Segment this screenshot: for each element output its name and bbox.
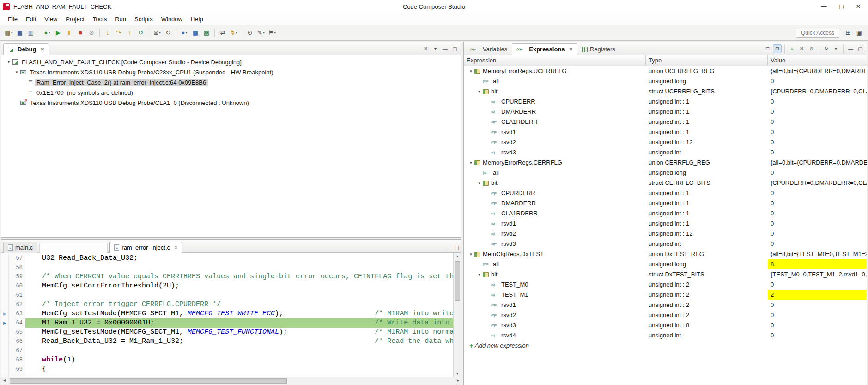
expression-value-cell[interactable]: {CPURDERR=0,DMARDERR=0,CLA1RDERR=0,rsvd1… [768, 178, 867, 188]
expander-icon[interactable]: ▾ [5, 60, 12, 64]
line-number-63[interactable]: 63 [9, 309, 25, 318]
expression-value-cell[interactable]: 0 [768, 320, 867, 330]
annotate-button[interactable]: ✎▾ [256, 28, 266, 38]
expression-value-cell[interactable]: {all=0,bit={CPURDERR=0,DMARDERR=0,CLA1RD… [768, 66, 867, 76]
expression-row-all[interactable]: (x)=allunsigned long8 [464, 259, 867, 269]
restart-button[interactable]: ↺ [136, 28, 146, 38]
code-line-65[interactable]: MemCfg_setTestMode(MEMCFG_SECT_M1, MEMCF… [25, 328, 453, 337]
expression-row-rsvd4[interactable]: (x)=rsvd4unsigned int0 [464, 330, 867, 341]
tab-variables[interactable]: (x)= Variables [466, 43, 512, 55]
debug-tree-row-0[interactable]: ▾FLASH_AND_RAM_FAULT_CHECK [Code Compose… [1, 57, 461, 67]
resume-button[interactable]: ▶ [53, 28, 63, 38]
code-line-59[interactable]: /* When CERRCNT value equals CERRTHRES v… [25, 272, 453, 281]
expression-row-all[interactable]: (x)=allunsigned long0 [464, 168, 867, 178]
expander-icon[interactable]: ▾ [467, 158, 474, 168]
menu-view[interactable]: View [40, 14, 61, 24]
ccs-debug-perspective-icon[interactable]: ▣ [854, 28, 864, 38]
expression-row-bit[interactable]: ▾bitstruct UCERRFLG_BITS{CPURDERR=0,DMAR… [464, 86, 867, 97]
expander-icon[interactable]: ▾ [13, 70, 20, 74]
expression-value-cell[interactable]: 0 [768, 127, 867, 137]
terminate-button[interactable]: ■ [75, 28, 85, 38]
scroll-right-icon[interactable]: ▸ [457, 378, 459, 383]
expression-value-cell[interactable]: {all=8,bit={TEST_M0=0,TEST_M1=2,rsvd1=0,… [768, 249, 867, 259]
view-menu-icon[interactable]: ▾ [832, 44, 840, 53]
connect-target-button[interactable]: ⇄ [218, 28, 228, 38]
line-number-62[interactable]: 62 [9, 300, 25, 309]
memory-button[interactable]: ▦ [190, 28, 200, 38]
expression-value-cell[interactable]: 8 [768, 259, 867, 269]
expression-row-all[interactable]: (x)=allunsigned long0 [464, 76, 867, 86]
code-line-67[interactable] [25, 346, 453, 355]
line-number-57[interactable]: 57 [9, 254, 25, 263]
debug-tree-row-4[interactable]: Texas Instruments XDS110 USB Debug Probe… [1, 98, 461, 108]
menu-window[interactable]: Window [157, 14, 187, 24]
line-number-60[interactable]: 60 [9, 281, 25, 291]
scroll-left-icon[interactable]: ◂ [3, 378, 6, 383]
window-maximize-button[interactable]: ▢ [839, 3, 844, 10]
editor-vertical-scrollbar[interactable]: ▴ ▾ [453, 253, 461, 377]
code-line-57[interactable]: U32 Read_Back_Data_U32; [25, 254, 453, 263]
expression-value-cell[interactable]: 0 [768, 107, 867, 117]
expander-icon[interactable]: ▾ [467, 66, 474, 76]
add-expression-icon[interactable]: + [788, 44, 796, 53]
vertical-scroll-thumb[interactable] [455, 261, 460, 301]
code-line-64[interactable]: M1_Ram_1_U32 = 0x00000001U; /* Write dat… [25, 318, 453, 328]
maximize-view-icon[interactable]: ▢ [856, 44, 865, 53]
window-close-button[interactable]: ✕ [856, 3, 861, 10]
code-area[interactable]: U32 Read_Back_Data_U32; /* When CERRCNT … [25, 253, 453, 377]
maximize-view-icon[interactable]: ▢ [455, 244, 459, 251]
code-line-60[interactable]: MemCfg_setCorrErrorThreshold(2U); [25, 281, 453, 291]
expression-row-rsvd3[interactable]: (x)=rsvd3unsigned int : 80 [464, 320, 867, 330]
tab-debug[interactable]: Debug ✕ [3, 43, 49, 55]
tab-registers[interactable]: Registers [577, 43, 620, 55]
suspend-button[interactable]: ‖ [64, 28, 74, 38]
debug-tree-row-3[interactable]: ≣0x1E1700 (no symbols are defined) [1, 87, 461, 98]
expression-row-MemCfgRegs.DxTEST[interactable]: ▾MemCfgRegs.DxTESTunion DxTEST_REG{all=8… [464, 249, 867, 259]
show-type-names-icon[interactable]: ⊟ [763, 44, 772, 53]
expression-row-bit[interactable]: ▾bitstruct CERRFLG_BITS{CPURDERR=0,DMARD… [464, 178, 867, 188]
line-number-64[interactable]: 64 [9, 318, 25, 328]
expression-value-cell[interactable]: {CPURDERR=0,DMARDERR=0,CLA1RDERR=0,rsvd1… [768, 86, 867, 97]
breakpoint-button[interactable]: ●▾ [179, 28, 189, 38]
quick-access-button[interactable]: Quick Access [796, 28, 839, 38]
step-over-button[interactable]: ↷ [114, 28, 124, 38]
code-line-63[interactable]: MemCfg_setTestMode(MEMCFG_SECT_M1, MEMCF… [25, 309, 453, 318]
expression-value-cell[interactable]: 0 [768, 137, 867, 147]
line-number-61[interactable]: 61 [9, 291, 25, 300]
expression-value-cell[interactable]: 0 [768, 280, 867, 290]
expression-value-cell[interactable]: 2 [768, 290, 867, 300]
flash-button[interactable]: ↯▾ [229, 28, 239, 38]
editor-tab-main-c[interactable]: c main.c [3, 242, 37, 253]
expression-value-cell[interactable]: 0 [768, 76, 867, 86]
line-number-66[interactable]: 66 [9, 337, 25, 346]
expression-value-cell[interactable]: 0 [768, 310, 867, 320]
step-return-button[interactable]: ↑ [125, 28, 135, 38]
expression-row-CPURDERR[interactable]: (x)=CPURDERRunsigned int : 10 [464, 97, 867, 107]
code-line-58[interactable] [25, 263, 453, 272]
tab-expressions[interactable]: (x)= Expressions ✕ [512, 43, 577, 55]
expression-row-rsvd2[interactable]: (x)=rsvd2unsigned int : 120 [464, 229, 867, 239]
registers-button[interactable]: ▩ [201, 28, 212, 38]
expression-value-cell[interactable]: 0 [768, 97, 867, 107]
add-new-expression-row[interactable]: +Add new expression [464, 341, 867, 351]
menu-file[interactable]: File [4, 14, 22, 24]
expression-value-cell[interactable]: 0 [768, 300, 867, 310]
expression-value-cell[interactable]: {all=0,bit={CPURDERR=0,DMARDERR=0,CLA1RD… [768, 158, 867, 168]
expression-value-cell[interactable]: 0 [768, 147, 867, 158]
menu-tools[interactable]: Tools [89, 14, 111, 24]
editor-tab-ram-error-inject-c[interactable]: c ram_error_inject.c ✕ [109, 242, 182, 253]
step-into-button[interactable]: ↓ [103, 28, 113, 38]
expression-value-cell[interactable]: 0 [768, 330, 867, 341]
expression-row-rsvd3[interactable]: (x)=rsvd3unsigned int0 [464, 147, 867, 158]
close-icon[interactable]: ✕ [40, 47, 44, 52]
column-value[interactable]: Value [768, 55, 867, 66]
line-number-58[interactable]: 58 [9, 263, 25, 272]
expression-row-MemoryErrorRegs.UCERRFLG[interactable]: ▾MemoryErrorRegs.UCERRFLGunion UCERRFLG_… [464, 66, 867, 76]
remove-expression-icon[interactable]: ✖ [797, 44, 806, 53]
expression-row-rsvd1[interactable]: (x)=rsvd1unsigned int : 10 [464, 127, 867, 137]
scroll-up-icon[interactable]: ▴ [454, 254, 461, 258]
expression-row-rsvd1[interactable]: (x)=rsvd1unsigned int : 20 [464, 300, 867, 310]
disconnect-button[interactable]: ⊘ [86, 28, 97, 38]
code-line-61[interactable] [25, 291, 453, 300]
open-perspective-icon[interactable]: ⊞ [843, 28, 853, 38]
